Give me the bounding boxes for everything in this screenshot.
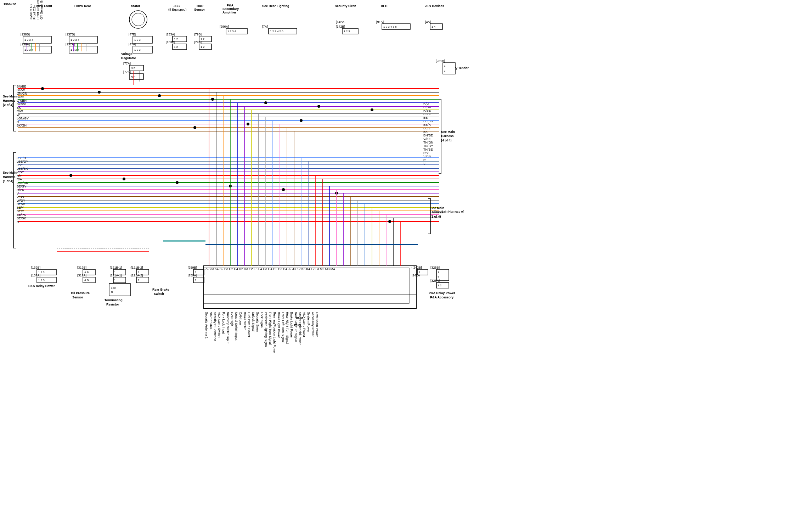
bcm-sig-fuel-pump: Fuel Pump Power	[247, 312, 251, 337]
jss-equipped: (If Equipped)	[168, 8, 187, 11]
bcm-sig-runstop: Run/Stop Switch Input	[226, 312, 230, 344]
conn-79b-label: [79B]	[194, 33, 202, 36]
junction-15	[282, 188, 285, 191]
conn-121a1-pins: 1	[114, 279, 116, 282]
conn-139a-pins: 1 2 3	[38, 279, 45, 282]
wire-rbe-r: R/BE	[423, 109, 431, 112]
pa-amp-label: P&A	[227, 4, 234, 7]
conn-259a-label: [259A]	[188, 274, 197, 277]
conn-137b-pins: 1 2 3 4	[71, 38, 79, 41]
bcm-sig-brake-sw: Brake Switch	[243, 312, 247, 331]
wire-vbn: V/BN	[17, 195, 24, 199]
bcm-pin-grid	[204, 268, 409, 303]
conn-47a-pins: 1 2 3	[134, 48, 141, 51]
bracket-2of4	[13, 85, 16, 131]
bcm-sig-runpos: Running/Position Light Power	[273, 312, 276, 354]
bcm-connector-box	[204, 266, 416, 308]
conn-121a1-label: [121A-1]	[110, 274, 122, 277]
wire-bnbe: BN/BE	[17, 85, 26, 88]
rear-brake-sw-label: Rear Brake	[152, 288, 169, 291]
wire-rgn-r: R/GN	[423, 105, 432, 109]
junction-4	[211, 98, 214, 101]
conn-281b-pin1: 1	[444, 64, 446, 67]
wire-bew: BE/W	[17, 202, 25, 206]
see-main-3of4-label3: (3 of 4)	[430, 215, 441, 218]
junction-5	[264, 101, 267, 104]
bcm-sig-rear-right: Rear Right Turn Signal	[286, 312, 289, 344]
wire-tngn-r: TN/GN	[423, 141, 433, 144]
bracket-4of4	[439, 99, 441, 174]
security-siren-label: Security Siren	[335, 4, 356, 8]
bcm-sig-security-ant: Security Antenna 1	[205, 312, 208, 339]
pa-amp-label3: Amplifier	[222, 11, 237, 14]
conn-133b-pins: 1 2	[174, 45, 178, 49]
stator-label: Stator	[131, 4, 141, 8]
ckp-label2: Sensor	[194, 8, 205, 11]
wire-rpk: R/PK	[17, 188, 24, 192]
bcm-sig-unlock: Unlock Signal	[252, 312, 255, 331]
pa-relay-label2: P&A Relay Power	[429, 291, 455, 295]
conn-4a-pins: 1 4	[432, 25, 436, 28]
pa-amp-label2: Secondary	[222, 7, 239, 11]
conn-259a-pins: 1	[195, 279, 197, 282]
wire-rpk-r: R/PK	[423, 112, 431, 116]
wire-ra: R/A	[17, 178, 22, 181]
bcm-sig-can-high: CAN High	[230, 312, 234, 326]
bcm-sig-aux-lamp2: AUX Lamp Power	[303, 312, 306, 337]
conn-142b-label: [142B]	[336, 25, 345, 28]
bcm-sig-neutral: Neutral Switch Input	[235, 312, 238, 341]
wire-bebk: BE/BK	[17, 217, 26, 220]
bcm-sig-front-right: Front Right Turn Signal	[269, 312, 272, 345]
junction-1	[41, 87, 44, 90]
ho2s-front-signal2: Front O2	[33, 7, 36, 19]
rear-lighting-label: See Rear Lighting	[262, 4, 289, 8]
wire-be-r: BE	[423, 116, 428, 119]
see-main-harness-2-label3: (2 of 4)	[3, 103, 13, 107]
conn-296a-label: [296A]	[220, 25, 229, 28]
junction-17	[388, 220, 391, 223]
doc-number: 1055272	[4, 2, 16, 6]
dlc-label: DLC	[381, 4, 388, 8]
bcm-sig-start-enable: Start Enable	[209, 312, 213, 330]
wire-bk-r2: BK	[423, 130, 428, 134]
conn-77a-pins: N P	[131, 67, 135, 70]
conn-138b-label: [138B]	[21, 33, 30, 36]
wire-ry2: R/Y	[17, 174, 22, 178]
junction-12	[123, 178, 125, 180]
wire-lgegy: LBE/GY	[17, 160, 28, 163]
term-resistor-label2: Resistor	[106, 303, 119, 306]
see-main-harness-1-label3: (1 of 4)	[3, 179, 13, 183]
pa-accessory-label: P&A Accessory	[430, 296, 453, 299]
wire-ber-r: BE/R	[423, 123, 431, 127]
conn-121a2-pins: 1	[138, 279, 140, 282]
conn-325a-pins: 1 2	[438, 284, 442, 287]
bcm-sig-brake-light2: Brake Light Power	[290, 312, 293, 338]
conn-138a-pins: 1 2 3 4	[24, 48, 33, 51]
bcm-sig-starter-sol: Starter Solenoid Power	[298, 312, 302, 345]
bcm-main-label: BCM	[294, 323, 301, 327]
voltage-reg-label2: Regulator	[121, 56, 136, 60]
bcm-sig-aux-lamp: AUX Lamp Switch	[218, 312, 221, 338]
term-resistor-value: 120	[111, 286, 116, 290]
see-main-harness-of-label: See Main Harness of	[434, 210, 464, 213]
ho2s-front-signal1: System O2	[29, 4, 33, 19]
wire-lbe: LBE	[17, 163, 23, 167]
wire-r-bot: R	[17, 220, 19, 224]
wire-ro-r: R/O	[423, 102, 429, 105]
conn-242a-label: [242A	[412, 274, 420, 277]
conn-319b-label: [319B]	[77, 266, 86, 269]
conn-47b-label: [47B]	[129, 33, 136, 36]
wire-bnbe-r: BN/BE	[423, 134, 433, 137]
wire-vbe-r: V/BE	[423, 137, 431, 141]
conn-325a-label: [325A]	[430, 279, 440, 282]
wire-lbegn: LBE/GN	[17, 181, 28, 185]
conn-7a-pins: 1 2 3 4 5 6	[270, 30, 283, 33]
ho2s-rear-label: HO2S Rear	[74, 4, 91, 8]
bcm-sig-brake-light: Brake Light Power	[277, 312, 281, 338]
conn-138a-label: [138A]	[21, 43, 30, 46]
bcm-sig-can-low: CAN Low	[239, 312, 242, 326]
wire-ry-r: R/Y	[423, 151, 429, 155]
conn-79a-pins: 1 2	[201, 45, 205, 49]
junction-10	[193, 126, 196, 129]
oil-pressure-label2: Sensor	[72, 296, 83, 299]
